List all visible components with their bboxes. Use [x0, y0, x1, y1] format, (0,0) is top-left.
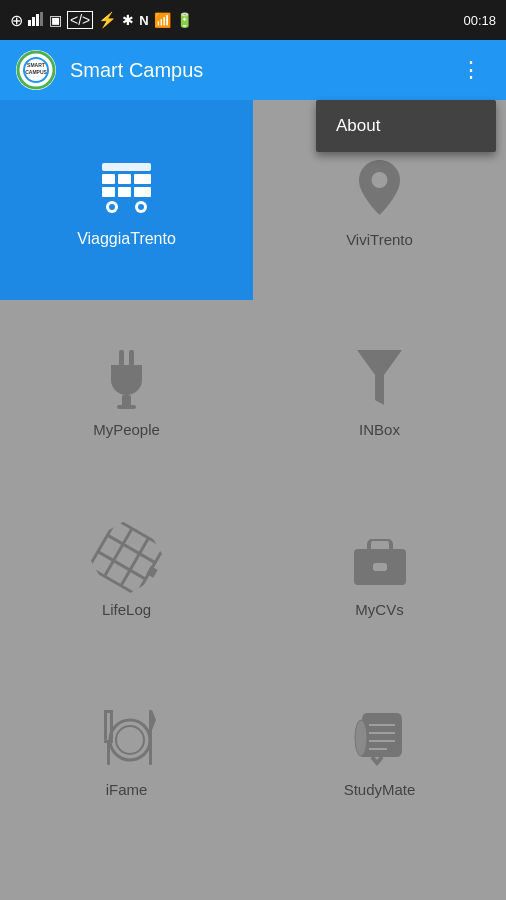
- svg-marker-25: [357, 350, 402, 405]
- svg-text:SMART: SMART: [27, 62, 45, 68]
- status-icon-plus: ⊕: [10, 11, 23, 30]
- tile-ifame[interactable]: iFame: [0, 660, 253, 840]
- status-icon-battery: 🔋: [176, 12, 193, 28]
- icon-container-grid: [92, 523, 162, 593]
- status-left-icons: ⊕ ▣ </> ⚡ ✱ N 📶 🔋: [10, 11, 193, 30]
- status-icon-signal: [28, 12, 44, 29]
- status-icon-usb: ⚡: [98, 11, 117, 29]
- svg-rect-9: [102, 163, 151, 171]
- dropdown-menu: About: [316, 100, 496, 152]
- svg-rect-10: [102, 174, 115, 184]
- svg-rect-39: [104, 710, 113, 713]
- icon-container-briefcase: [345, 523, 415, 593]
- svg-point-19: [138, 204, 144, 210]
- app-grid: ViaggiaTrento ViviTrento MyPeople: [0, 100, 506, 900]
- svg-rect-1: [32, 17, 35, 26]
- more-options-button[interactable]: ⋮: [452, 49, 490, 91]
- svg-rect-37: [104, 710, 107, 740]
- svg-point-43: [116, 726, 144, 754]
- tile-label-mycvs: MyCVs: [355, 601, 403, 618]
- status-icon-bluetooth: ✱: [122, 12, 134, 28]
- tile-mypeople[interactable]: MyPeople: [0, 300, 253, 480]
- svg-rect-12: [134, 174, 151, 184]
- status-icon-wifi: 📶: [154, 12, 171, 28]
- icon-container-funnel: [345, 343, 415, 413]
- icon-container-bus: [92, 152, 162, 222]
- svg-text:CAMPUS: CAMPUS: [25, 69, 47, 75]
- svg-rect-2: [36, 14, 39, 26]
- status-time: 00:18: [463, 13, 496, 28]
- status-icon-nfc: N: [139, 13, 148, 28]
- svg-rect-0: [28, 20, 31, 26]
- tile-inbox[interactable]: INBox: [253, 300, 506, 480]
- svg-rect-13: [102, 187, 115, 197]
- toolbar-title: Smart Campus: [70, 59, 452, 82]
- svg-rect-24: [117, 405, 136, 409]
- tile-label-inbox: INBox: [359, 421, 400, 438]
- tile-lifelog[interactable]: LifeLog: [0, 480, 253, 660]
- svg-rect-44: [149, 710, 152, 765]
- tile-label-lifelog: LifeLog: [102, 601, 151, 618]
- tile-label-viaggiatrento: ViaggiaTrento: [77, 230, 176, 248]
- app-logo: SMART CAMPUS: [16, 50, 56, 90]
- tile-viaggiatrento[interactable]: ViaggiaTrento: [0, 100, 253, 300]
- svg-point-45: [355, 720, 367, 756]
- tile-mycvs[interactable]: MyCVs: [253, 480, 506, 660]
- icon-container-pin: [345, 153, 415, 223]
- svg-point-20: [372, 172, 388, 188]
- icon-container-plug: [92, 343, 162, 413]
- svg-rect-15: [134, 187, 151, 197]
- status-right-time: 00:18: [463, 13, 496, 28]
- toolbar: SMART CAMPUS Smart Campus ⋮: [0, 40, 506, 100]
- svg-rect-11: [118, 174, 131, 184]
- about-menu-item[interactable]: About: [316, 100, 496, 152]
- svg-rect-3: [40, 12, 43, 26]
- tile-label-studymate: StudyMate: [344, 781, 416, 798]
- status-bar: ⊕ ▣ </> ⚡ ✱ N 📶 🔋 00:18: [0, 0, 506, 40]
- status-icon-square: ▣: [49, 12, 62, 28]
- svg-rect-36: [373, 563, 387, 571]
- icon-container-food: [92, 703, 162, 773]
- svg-rect-14: [118, 187, 131, 197]
- tile-studymate[interactable]: StudyMate: [253, 660, 506, 840]
- tile-label-vivitrento: ViviTrento: [346, 231, 413, 248]
- svg-point-17: [109, 204, 115, 210]
- svg-rect-22: [129, 350, 134, 366]
- svg-rect-21: [119, 350, 124, 366]
- status-icon-code: </>: [67, 11, 93, 29]
- tile-label-mypeople: MyPeople: [93, 421, 160, 438]
- svg-rect-35: [371, 541, 389, 546]
- icon-container-scroll: [345, 703, 415, 773]
- tile-label-ifame: iFame: [106, 781, 148, 798]
- svg-rect-26: [89, 520, 164, 595]
